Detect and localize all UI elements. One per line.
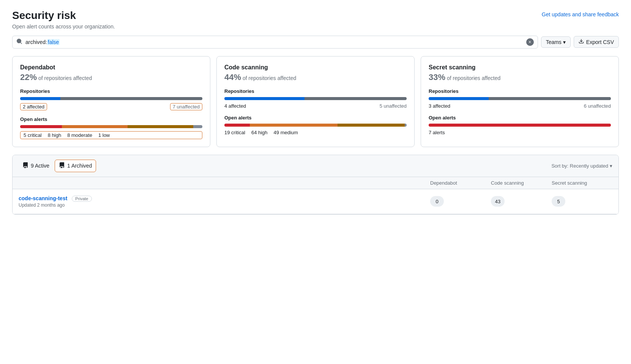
repo-icon-active [22, 162, 28, 169]
secret-scanning-alerts-label: Open alerts [429, 115, 611, 121]
code-scanning-card-title: Code scanning [224, 64, 407, 71]
teams-label: Teams [546, 39, 562, 45]
code-scanning-repo-bar [224, 97, 407, 100]
cs-unaffected-stat[interactable]: 5 unaffected [380, 103, 407, 109]
sort-button[interactable]: Sort by: Recently updated ▾ [551, 163, 612, 169]
search-icon [16, 38, 22, 46]
cs-critical-count: 19 critical [224, 130, 245, 135]
search-box: archived:false × [12, 36, 538, 49]
cs-affected-stat[interactable]: 4 affected [224, 103, 246, 109]
tab-active[interactable]: 9 Active [19, 160, 53, 172]
tab-archived[interactable]: 1 Archived [55, 160, 96, 172]
cs-critical-bar [224, 124, 250, 127]
secret-scanning-alerts-bar [429, 124, 611, 127]
repo-tabs-left: 9 Active 1 Archived [19, 160, 96, 172]
clear-search-button[interactable]: × [526, 38, 534, 46]
code-scanning-repos-label: Repositories [224, 88, 407, 94]
dep-low-count: 1 low [98, 132, 110, 138]
code-scanning-alerts-label: Open alerts [224, 115, 407, 121]
ss-total-count: 7 alerts [429, 130, 445, 135]
dep-low-bar [193, 125, 202, 128]
teams-button[interactable]: Teams ▾ [541, 36, 571, 48]
table-row: code-scanning-test Private Updated 2 mon… [13, 189, 618, 214]
dependabot-count-cell: 0 [430, 196, 491, 207]
dependabot-card: Dependabot 22% of repositories affected … [12, 56, 210, 147]
search-bar-row: archived:false × Teams ▾ Export CSV [12, 36, 619, 49]
cs-affected-bar [224, 97, 304, 100]
dependabot-alert-counts: 5 critical 8 high 8 moderate 1 low [20, 131, 202, 139]
code-scanning-alerts-bar [224, 124, 407, 127]
dependabot-unaffected-stat[interactable]: 7 unaffected [170, 103, 202, 110]
secret-scanning-repo-bar [429, 97, 611, 100]
chevron-down-icon: ▾ [563, 39, 566, 45]
ss-affected-stat[interactable]: 3 affected [429, 103, 450, 109]
ss-unaffected-bar [489, 97, 611, 100]
ss-affected-bar [429, 97, 489, 100]
cs-medium-bar [338, 124, 405, 127]
dependabot-alerts-label: Open alerts [20, 116, 202, 122]
export-label: Export CSV [586, 39, 614, 45]
dependabot-card-subtitle: 22% of repositories affected [20, 72, 202, 82]
secret-scanning-count-cell: 5 [552, 196, 612, 207]
code-scanning-count-badge[interactable]: 43 [491, 196, 505, 207]
secret-scanning-card-subtitle: 33% of repositories affected [429, 72, 611, 82]
page-title: Security risk [12, 9, 115, 22]
dependabot-repos-label: Repositories [20, 88, 202, 94]
dep-critical-bar [20, 125, 62, 128]
page-subtitle: Open alert counts across your organizati… [12, 24, 115, 30]
ss-unaffected-stat[interactable]: 6 unaffected [584, 103, 611, 109]
code-scanning-card: Code scanning 44% of repositories affect… [216, 56, 415, 147]
dependabot-alerts-bar [20, 125, 202, 128]
secret-scanning-count-badge[interactable]: 5 [552, 196, 565, 207]
search-highlight: false [47, 39, 60, 45]
repo-info: code-scanning-test Private Updated 2 mon… [19, 195, 430, 208]
cs-other-bar [405, 124, 407, 127]
secret-scanning-repo-stats: 3 affected 6 unaffected [429, 103, 611, 109]
dependabot-unaffected-bar [60, 97, 202, 100]
search-value: archived:false [25, 39, 60, 45]
page-header: Security risk Open alert counts across y… [12, 9, 619, 30]
sort-chevron-icon: ▾ [610, 163, 612, 169]
code-scanning-card-subtitle: 44% of repositories affected [224, 72, 407, 82]
code-scanning-alert-counts: 19 critical 64 high 49 medium [224, 130, 407, 135]
dependabot-repo-bar [20, 97, 202, 100]
repo-name[interactable]: code-scanning-test [19, 195, 67, 201]
col-header-code-scanning: Code scanning [491, 180, 552, 186]
feedback-link[interactable]: Get updates and share feedback [542, 11, 619, 17]
repo-icon-archived [59, 162, 65, 169]
dep-moderate-bar [128, 125, 193, 128]
repository-table-section: 9 Active 1 Archived Sort by: Recently up… [12, 155, 619, 215]
header-left: Security risk Open alert counts across y… [12, 9, 115, 30]
dep-high-bar [62, 125, 128, 128]
dependabot-card-title: Dependabot [20, 64, 202, 71]
ss-alerts-bar [429, 124, 611, 127]
dep-moderate-count: 8 moderate [67, 132, 92, 138]
secret-scanning-repos-label: Repositories [429, 88, 611, 94]
repo-visibility-badge: Private [72, 196, 91, 202]
cs-high-count: 64 high [251, 130, 268, 135]
secret-scanning-card-title: Secret scanning [429, 64, 611, 71]
dep-critical-count: 5 critical [24, 132, 42, 138]
secret-scanning-alert-counts: 7 alerts [429, 130, 611, 135]
code-scanning-count-cell: 43 [491, 196, 552, 207]
col-header-secret-scanning: Secret scanning [552, 180, 612, 186]
dependabot-affected-bar [20, 97, 60, 100]
repo-tabs: 9 Active 1 Archived Sort by: Recently up… [13, 155, 618, 177]
cs-medium-count: 49 medium [274, 130, 298, 135]
repo-column-headers: Dependabot Code scanning Secret scanning [13, 177, 618, 189]
dep-high-count: 8 high [48, 132, 61, 138]
sort-label: Sort by: Recently updated [551, 163, 608, 169]
cards-row: Dependabot 22% of repositories affected … [12, 56, 619, 147]
export-csv-button[interactable]: Export CSV [574, 36, 619, 48]
cs-high-bar [250, 124, 337, 127]
dependabot-affected-stat[interactable]: 2 affected [20, 103, 47, 110]
download-icon [579, 39, 584, 45]
dependabot-count-badge[interactable]: 0 [430, 196, 444, 207]
repo-updated-time: Updated 2 months ago [19, 202, 430, 208]
secret-scanning-card: Secret scanning 33% of repositories affe… [421, 56, 619, 147]
col-header-dependabot: Dependabot [430, 180, 491, 186]
dependabot-repo-stats: 2 affected 7 unaffected [20, 103, 202, 110]
archived-tab-label: 1 Archived [67, 163, 92, 169]
cs-unaffected-bar [304, 97, 407, 100]
active-tab-label: 9 Active [31, 163, 49, 169]
